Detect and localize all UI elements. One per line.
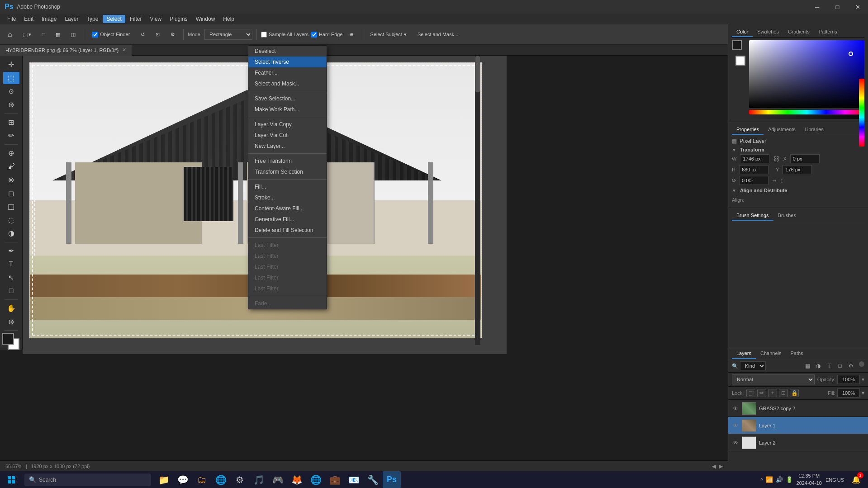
- settings-button[interactable]: ⚙: [166, 28, 179, 41]
- taskbar-app5-icon[interactable]: ⚙: [231, 471, 249, 488]
- zoom-tool[interactable]: ⊕: [3, 316, 19, 328]
- dodge-tool[interactable]: ◑: [3, 227, 19, 240]
- layer-row-layer2[interactable]: 👁 Layer 2: [728, 434, 868, 451]
- height-input[interactable]: [739, 165, 768, 174]
- gradient-tool[interactable]: ◫: [3, 200, 19, 213]
- align-collapse-icon[interactable]: ▼: [732, 188, 736, 193]
- lock-artboard-btn[interactable]: ⊡: [779, 389, 788, 397]
- marquee-tool[interactable]: ⬚: [3, 72, 19, 85]
- filter-adjust-icon[interactable]: ◑: [814, 361, 823, 370]
- sample-all-checkbox[interactable]: Sample All Layers: [261, 32, 308, 38]
- select-mask-button[interactable]: Select and Mask...: [413, 28, 463, 41]
- taskbar-search-box[interactable]: 🔍 Search: [24, 474, 151, 486]
- align-header[interactable]: ▼ Align and Distribute: [732, 188, 864, 193]
- ctx-layer-via-cut[interactable]: Layer Via Cut: [248, 130, 327, 141]
- move-tool[interactable]: ✛: [3, 58, 19, 71]
- taskbar-chat-icon[interactable]: 💬: [174, 471, 192, 488]
- lock-all-btn[interactable]: 🔒: [790, 389, 799, 397]
- filter-type-icon[interactable]: T: [825, 361, 834, 370]
- lock-transparency-btn[interactable]: ⬚: [746, 389, 755, 397]
- tab-layers[interactable]: Layers: [732, 348, 756, 359]
- mode-dropdown[interactable]: Rectangle Ellipse Single Row Single Colu…: [204, 29, 252, 40]
- hand-tool[interactable]: ✋: [3, 302, 19, 315]
- refine-button[interactable]: ⊕: [346, 28, 358, 41]
- eraser-tool[interactable]: ◻: [3, 187, 19, 199]
- save-button[interactable]: ◫: [67, 28, 80, 41]
- tray-chevron[interactable]: ^: [760, 477, 763, 483]
- ctx-fill[interactable]: Fill...: [248, 181, 327, 192]
- fg-color-small[interactable]: [732, 40, 742, 50]
- object-finder-check[interactable]: [92, 32, 98, 38]
- taskbar-explorer-icon[interactable]: 📁: [155, 471, 173, 488]
- canvas-options-button[interactable]: ⊡: [152, 28, 164, 41]
- filter-toggle[interactable]: [859, 361, 864, 367]
- flip-h-icon[interactable]: ↔: [771, 177, 778, 184]
- width-input[interactable]: [740, 154, 769, 163]
- menu-select[interactable]: Select: [103, 15, 125, 23]
- alpha-bar[interactable]: [749, 115, 864, 119]
- ctx-select-inverse[interactable]: Select Inverse: [248, 57, 327, 67]
- open-button[interactable]: ▦: [52, 28, 64, 41]
- chain-icon[interactable]: ⛓: [773, 155, 779, 162]
- tab-adjustments[interactable]: Adjustments: [764, 125, 800, 135]
- filter-shape-icon[interactable]: □: [835, 361, 844, 370]
- home-button[interactable]: ⌂: [4, 28, 16, 41]
- filter-smart-icon[interactable]: ⚙: [846, 361, 855, 370]
- ctx-deselect[interactable]: Deselect: [248, 46, 327, 57]
- ctx-stroke[interactable]: Stroke...: [248, 192, 327, 203]
- canvas-scrollbar[interactable]: [475, 56, 480, 345]
- select-subject-button[interactable]: Select Subject ▾: [366, 28, 411, 41]
- taskbar-chrome-icon[interactable]: 🌐: [307, 471, 325, 488]
- refresh-button[interactable]: ↺: [137, 28, 149, 41]
- taskbar-game-icon[interactable]: 🎮: [269, 471, 287, 488]
- foreground-color-box[interactable]: [2, 333, 14, 345]
- tab-brush-settings[interactable]: Brush Settings: [732, 211, 773, 221]
- fill-chevron[interactable]: ▾: [862, 390, 864, 396]
- ctx-transform-selection[interactable]: Transform Selection: [248, 166, 327, 177]
- menu-help[interactable]: Help: [219, 15, 238, 23]
- color-spectrum-side[interactable]: [859, 79, 864, 147]
- taskbar-firefox-icon[interactable]: 🦊: [288, 471, 306, 488]
- brush-tool[interactable]: 🖌: [3, 160, 19, 173]
- lasso-tool[interactable]: ʘ: [3, 85, 19, 98]
- notification-bell[interactable]: 🔔 1: [848, 471, 864, 488]
- taskbar-files-icon[interactable]: 🗂: [193, 471, 211, 488]
- ctx-make-work-path[interactable]: Make Work Path...: [248, 104, 327, 115]
- clone-tool[interactable]: ⊗: [3, 174, 19, 186]
- tray-audio-icon[interactable]: 🔊: [776, 476, 783, 483]
- ctx-save-selection[interactable]: Save Selection...: [248, 93, 327, 104]
- tab-brushes[interactable]: Brushes: [773, 211, 801, 221]
- tab-gradients[interactable]: Gradients: [783, 27, 814, 37]
- tab-swatches[interactable]: Swatches: [753, 27, 783, 37]
- blend-mode-dropdown[interactable]: Normal Multiply Screen Overlay: [732, 374, 815, 384]
- filter-pixel-icon[interactable]: ▦: [803, 361, 812, 370]
- x-input[interactable]: [790, 154, 820, 163]
- menu-plugins[interactable]: Plugins: [166, 15, 191, 23]
- menu-type[interactable]: Type: [83, 15, 102, 23]
- lang-area[interactable]: ENG US: [825, 477, 844, 483]
- menu-file[interactable]: File: [4, 15, 19, 23]
- taskbar-ps-icon[interactable]: Ps: [383, 471, 401, 488]
- scrollbar-thumb[interactable]: [475, 56, 480, 92]
- tab-properties[interactable]: Properties: [732, 125, 764, 135]
- tab-color[interactable]: Color: [732, 27, 753, 37]
- document-tab-main[interactable]: HYBRIDRENDER.png @ 66.7% (Layer 1, RGB/8…: [0, 45, 132, 56]
- opacity-chevron[interactable]: ▾: [862, 376, 864, 383]
- eyedropper-tool[interactable]: ✏: [3, 129, 19, 142]
- flip-v-icon[interactable]: ↕: [780, 177, 783, 184]
- tray-battery-icon[interactable]: 🔋: [786, 476, 793, 483]
- transform-collapse-icon[interactable]: ▼: [732, 147, 736, 152]
- doc-tab-close[interactable]: ✕: [122, 47, 126, 53]
- opacity-input[interactable]: [837, 375, 860, 384]
- selection-tool-options[interactable]: ⬚ ▾: [19, 28, 35, 41]
- menu-layer[interactable]: Layer: [61, 15, 82, 23]
- scroll-right-btn[interactable]: ▶: [719, 463, 723, 469]
- quick-select-tool[interactable]: ⊕: [3, 99, 19, 111]
- taskbar-app12-icon[interactable]: 🔧: [364, 471, 382, 488]
- maximize-button[interactable]: □: [827, 0, 848, 14]
- ctx-delete-fill[interactable]: Delete and Fill Selection: [248, 225, 327, 236]
- blur-tool[interactable]: ◌: [3, 214, 19, 227]
- taskbar-outlook-icon[interactable]: 📧: [345, 471, 363, 488]
- ctx-content-aware-fill[interactable]: Content-Aware Fill...: [248, 203, 327, 214]
- menu-window[interactable]: Window: [192, 15, 219, 23]
